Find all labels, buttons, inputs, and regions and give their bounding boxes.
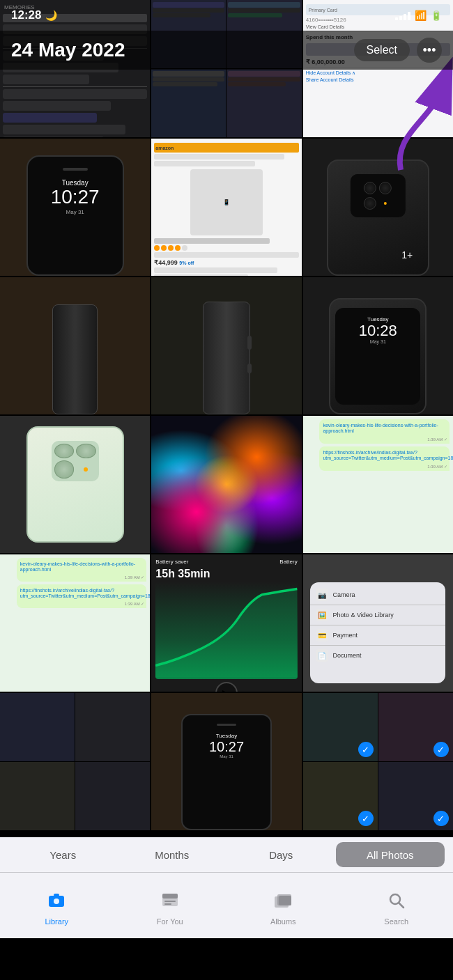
grid-cell[interactable]: Battery saver Battery 15h 35min ▶: [151, 554, 301, 692]
segment-control: Years Months Days All Photos: [0, 837, 453, 872]
svg-point-2: [54, 899, 59, 904]
segment-years[interactable]: Years: [8, 842, 118, 867]
svg-rect-7: [164, 903, 171, 905]
ios-menu-item-document: 📄 Document: [310, 646, 445, 665]
svg-rect-5: [162, 894, 178, 899]
select-check-2: ✓: [433, 742, 449, 757]
chat-link-2: https://finshots.in/archive/indias-digit…: [321, 449, 447, 463]
foryou-label: For You: [157, 917, 183, 926]
chat-link-text: kevin-oleary-makes-his-life-decisions-wi…: [321, 421, 447, 436]
wifi-icon: 📶: [415, 10, 427, 21]
segment-allphotos[interactable]: All Photos: [336, 842, 445, 867]
grid-cell[interactable]: kevin-oleary-makes-his-life-decisions-wi…: [303, 416, 453, 553]
select-button[interactable]: Select: [354, 39, 410, 61]
ios-menu-item-camera: 📷 Camera: [310, 585, 445, 605]
tab-bar: Library For You Albums: [0, 872, 453, 938]
select-check-3: ✓: [358, 811, 374, 826]
grid-cell[interactable]: [151, 277, 301, 414]
photo-grid: MEMORIES: [0, 0, 453, 825]
search-label: Search: [384, 917, 408, 926]
grid-cell[interactable]: Tuesday 10:27 May 31: [151, 693, 301, 830]
moon-icon: 🌙: [45, 10, 57, 21]
status-icons: 📶 🔋: [395, 10, 442, 21]
select-check-4: ✓: [433, 811, 449, 826]
ios-menu-item-photolibrary: 🖼️ Photo & Video Library: [310, 605, 445, 625]
svg-rect-10: [279, 896, 291, 905]
battery-icon: 🔋: [431, 10, 442, 21]
signal-icon: [395, 10, 410, 20]
grid-cell[interactable]: [151, 416, 301, 553]
albums-label: Albums: [270, 917, 296, 926]
photo-header: 24 May 2022 Select •••: [0, 31, 453, 70]
header-date: 24 May 2022: [11, 39, 125, 61]
tab-search[interactable]: Search: [340, 873, 454, 938]
library-label: Library: [45, 917, 68, 926]
grid-cell[interactable]: kevin-oleary-makes-his-life-decisions-wi…: [0, 554, 150, 692]
segment-days[interactable]: Days: [227, 842, 336, 867]
grid-cell[interactable]: 📷 Camera 🖼️ Photo & Video Library 💳 Paym…: [303, 554, 453, 692]
tab-foryou[interactable]: For You: [114, 873, 227, 938]
grid-cell[interactable]: [0, 416, 150, 553]
grid-cell[interactable]: [0, 277, 150, 414]
tab-albums[interactable]: Albums: [227, 873, 340, 938]
ios-menu-item-payment: 💳 Payment: [310, 625, 445, 646]
svg-rect-3: [54, 894, 59, 896]
more-button[interactable]: •••: [417, 38, 442, 63]
svg-line-12: [399, 903, 404, 908]
select-check-1: ✓: [358, 742, 374, 757]
albums-icon: [273, 891, 293, 915]
grid-cell[interactable]: amazon 📱 ₹44,999 9% off: [151, 139, 301, 276]
library-icon: [47, 891, 66, 915]
foryou-icon: [160, 891, 180, 915]
status-bar: 12:28 🌙 📶 🔋: [0, 0, 453, 31]
grid-cell[interactable]: Tuesday 10:28 May 31: [303, 277, 453, 414]
paint-image: [151, 416, 301, 553]
grid-cell[interactable]: [0, 693, 150, 830]
segment-months[interactable]: Months: [118, 842, 227, 867]
status-time: 12:28: [11, 8, 41, 22]
grid-cell[interactable]: Tuesday 10:27 May 31: [0, 139, 150, 276]
grid-cell[interactable]: 1+: [303, 139, 453, 276]
svg-rect-6: [164, 901, 176, 902]
search-icon: [387, 891, 406, 915]
home-indicator: [181, 970, 272, 973]
tab-library[interactable]: Library: [0, 873, 114, 938]
header-actions: Select •••: [354, 38, 442, 63]
grid-cell[interactable]: ✓ ✓ ✓ ✓: [303, 693, 453, 830]
